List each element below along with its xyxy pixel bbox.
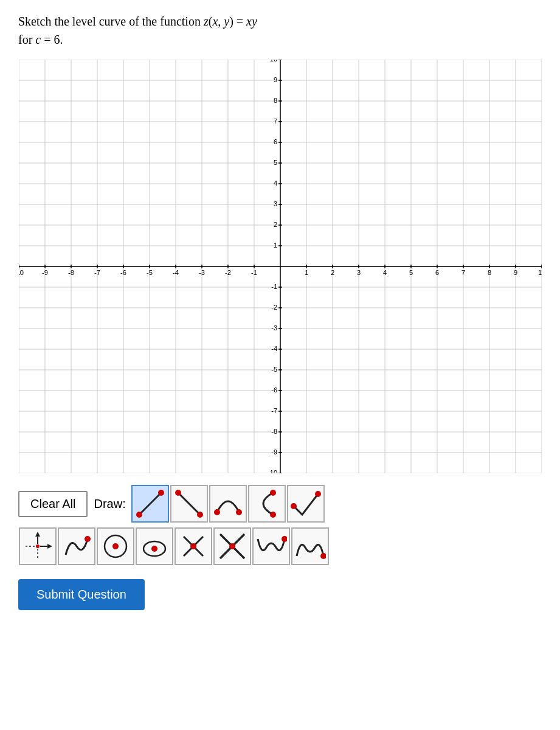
tool-curve[interactable] xyxy=(58,527,95,565)
curve-icon xyxy=(61,530,92,562)
x-mark-icon xyxy=(178,530,209,562)
svg-point-3 xyxy=(136,512,142,518)
toolbar-row2 xyxy=(18,527,542,566)
problem-line2: for c = 6. xyxy=(18,33,63,46)
x-mark2-icon xyxy=(216,530,248,562)
m-curve-icon xyxy=(294,530,326,562)
grid-canvas[interactable] xyxy=(19,60,542,473)
circle-solid-icon xyxy=(100,530,131,562)
problem-line1: Sketch the level curve of the function z… xyxy=(18,15,257,28)
line-slash-icon xyxy=(134,488,166,520)
tool-w-curve[interactable] xyxy=(252,527,290,565)
tool-move[interactable] xyxy=(19,527,57,565)
svg-point-36 xyxy=(190,543,196,549)
problem-statement: Sketch the level curve of the function z… xyxy=(18,12,542,49)
line-backslash-icon xyxy=(173,488,205,520)
svg-point-10 xyxy=(236,509,242,515)
svg-point-13 xyxy=(270,512,276,518)
tool-m-curve[interactable] xyxy=(291,527,329,565)
svg-point-7 xyxy=(197,512,203,518)
w-curve-icon xyxy=(255,530,287,562)
move-icon xyxy=(22,530,54,562)
arc-up-icon xyxy=(212,488,244,520)
svg-point-12 xyxy=(270,490,276,496)
clear-all-button[interactable]: Clear All xyxy=(18,491,88,517)
svg-point-6 xyxy=(175,490,181,496)
tool-circle-open[interactable] xyxy=(136,527,173,565)
draw-label: Draw: xyxy=(94,497,125,511)
arc-left-icon xyxy=(251,488,283,520)
submit-question-button[interactable]: Submit Question xyxy=(18,579,145,610)
tool-line-backslash[interactable] xyxy=(170,485,208,523)
check-icon xyxy=(290,488,322,520)
svg-point-32 xyxy=(151,546,157,552)
circle-open-icon xyxy=(139,530,170,562)
toolbar-row1: Clear All Draw: xyxy=(18,484,542,523)
tool-x-mark[interactable] xyxy=(175,527,212,565)
tool-arc-left[interactable] xyxy=(248,485,286,523)
svg-rect-11 xyxy=(251,488,283,520)
svg-point-16 xyxy=(315,491,321,497)
svg-point-2 xyxy=(158,490,164,496)
tool-line-slash[interactable] xyxy=(131,485,169,523)
svg-point-40 xyxy=(229,543,235,549)
graph-area[interactable] xyxy=(19,60,542,473)
svg-point-29 xyxy=(112,543,119,549)
tool-x-mark2[interactable] xyxy=(213,527,251,565)
svg-point-15 xyxy=(291,503,297,509)
svg-point-26 xyxy=(85,536,91,542)
tool-check[interactable] xyxy=(287,485,325,523)
tool-circle-solid[interactable] xyxy=(97,527,134,565)
svg-point-24 xyxy=(36,544,40,548)
submit-area: Submit Question xyxy=(18,573,542,610)
tool-arc-up[interactable] xyxy=(209,485,247,523)
svg-point-9 xyxy=(214,509,220,515)
